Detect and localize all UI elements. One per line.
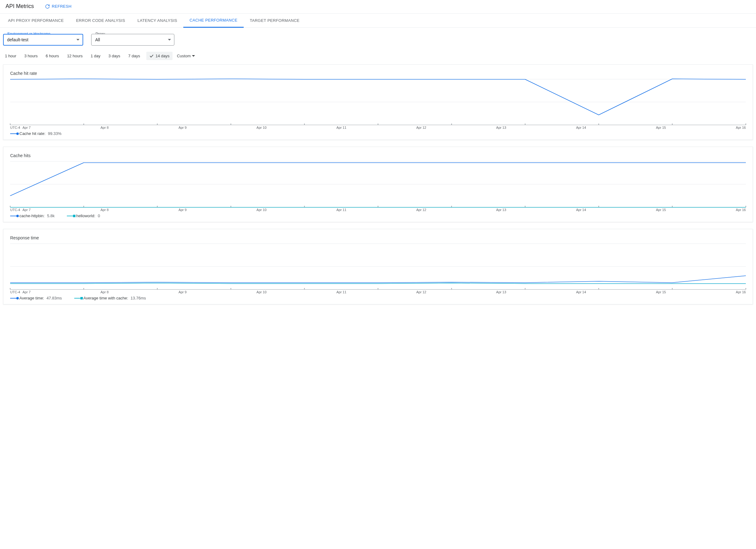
refresh-label: REFRESH [52, 4, 71, 9]
x-tick: Apr 16 [736, 126, 746, 129]
x-tick: Apr 9 [178, 126, 186, 129]
charts-container: Cache hit rateUTC-4Apr 7Apr 8Apr 9Apr 10… [0, 64, 756, 304]
x-tick: Apr 7 [22, 208, 30, 212]
tz-label: UTC-4 [10, 290, 22, 294]
x-tick: Apr 9 [178, 290, 186, 294]
check-icon [149, 54, 154, 58]
page-title: API Metrics [6, 3, 34, 10]
x-tick: Apr 16 [736, 208, 746, 212]
x-tick: Apr 11 [336, 290, 346, 294]
time-range-3-hours[interactable]: 3 hours [22, 52, 39, 60]
chevron-down-icon [76, 39, 79, 41]
legend-name: Average time: [19, 296, 44, 300]
legend-value: 5.8k [47, 213, 55, 218]
x-tick: Apr 7 [22, 290, 30, 294]
legend-marker [10, 298, 18, 299]
legend-item: Average time with cache:13.76ms [74, 296, 146, 300]
time-range-14-days[interactable]: 14 days [146, 52, 173, 60]
time-range-row: 1 hour3 hours6 hours12 hours1 day3 days7… [0, 47, 756, 64]
x-tick: Apr 10 [257, 126, 266, 129]
legend-name: Average time with cache: [83, 296, 128, 300]
chart-plot [10, 161, 746, 207]
refresh-button[interactable]: REFRESH [45, 4, 71, 9]
legend-name: cache-httpbin: [19, 213, 45, 218]
x-axis-ticks: UTC-4Apr 7Apr 8Apr 9Apr 10Apr 11Apr 12Ap… [10, 126, 746, 129]
legend-marker [10, 133, 18, 134]
x-tick: Apr 14 [576, 208, 586, 212]
x-tick: Apr 15 [656, 126, 666, 129]
x-tick: Apr 14 [576, 126, 586, 129]
chart-title: Cache hit rate [3, 65, 753, 79]
tab-target-performance[interactable]: TARGET PERFORMANCE [244, 14, 306, 27]
chevron-down-icon [168, 39, 171, 41]
legend-item: cache-httpbin:5.8k [10, 213, 55, 218]
x-tick: Apr 12 [416, 208, 426, 212]
time-range-12-hours[interactable]: 12 hours [65, 52, 85, 60]
x-axis-ticks: UTC-4Apr 7Apr 8Apr 9Apr 10Apr 11Apr 12Ap… [10, 208, 746, 212]
chart-plot [10, 243, 746, 290]
x-tick: Apr 13 [496, 126, 506, 129]
x-tick: Apr 13 [496, 208, 506, 212]
chart-legend: Average time:47.83msAverage time with ca… [10, 296, 746, 300]
x-tick: Apr 15 [656, 290, 666, 294]
x-tick: Apr 12 [416, 126, 426, 129]
time-range-1-day[interactable]: 1 day [89, 52, 102, 60]
env-select[interactable]: default-test [3, 34, 83, 46]
x-tick: Apr 10 [257, 208, 266, 212]
chart-plot [10, 79, 746, 125]
tab-api-proxy-performance[interactable]: API PROXY PERFORMANCE [2, 14, 70, 27]
x-axis-ticks: UTC-4Apr 7Apr 8Apr 9Apr 10Apr 11Apr 12Ap… [10, 290, 746, 294]
chart-title: Cache hits [3, 147, 753, 161]
x-tick: Apr 9 [178, 208, 186, 212]
legend-marker [67, 216, 74, 216]
proxy-select[interactable]: All [91, 34, 174, 46]
env-select-wrap: Environment or Hostname default-test [3, 34, 83, 46]
legend-name: helloworld: [76, 213, 95, 218]
filters-row: Environment or Hostname default-test Pro… [0, 28, 756, 47]
tab-error-code-analysis[interactable]: ERROR CODE ANALYSIS [70, 14, 131, 27]
time-range-custom[interactable]: Custom [177, 54, 195, 58]
legend-value: 99.33% [48, 131, 62, 136]
x-tick: Apr 14 [576, 290, 586, 294]
chart-legend: Cache hit rate:99.33% [10, 131, 746, 136]
tz-label: UTC-4 [10, 208, 22, 212]
x-tick: Apr 11 [336, 208, 346, 212]
chart-title: Response time [3, 229, 753, 243]
x-tick: Apr 12 [416, 290, 426, 294]
x-tick: Apr 13 [496, 290, 506, 294]
chart-card-cache-hits: Cache hitsUTC-4Apr 7Apr 8Apr 9Apr 10Apr … [3, 147, 753, 222]
legend-item: Average time:47.83ms [10, 296, 62, 300]
time-range-6-hours[interactable]: 6 hours [44, 52, 61, 60]
legend-name: Cache hit rate: [19, 131, 46, 136]
chart-card-cache-hit-rate: Cache hit rateUTC-4Apr 7Apr 8Apr 9Apr 10… [3, 64, 753, 140]
x-tick: Apr 15 [656, 208, 666, 212]
legend-marker [74, 298, 82, 299]
time-range-3-days[interactable]: 3 days [107, 52, 122, 60]
legend-item: helloworld:0 [67, 213, 100, 218]
tab-latency-analysis[interactable]: LATENCY ANALYSIS [131, 14, 183, 27]
x-tick: Apr 8 [100, 208, 108, 212]
x-tick: Apr 16 [736, 290, 746, 294]
x-tick: Apr 11 [336, 126, 346, 129]
x-tick: Apr 7 [22, 126, 30, 129]
legend-value: 13.76ms [131, 296, 146, 300]
chevron-down-icon [192, 55, 195, 57]
tab-cache-performance[interactable]: CACHE PERFORMANCE [183, 14, 243, 28]
time-range-1-hour[interactable]: 1 hour [3, 52, 18, 60]
proxy-select-wrap: Proxy All [91, 34, 174, 46]
chart-legend: cache-httpbin:5.8khelloworld:0 [10, 213, 746, 218]
tz-label: UTC-4 [10, 126, 22, 129]
x-tick: Apr 8 [100, 126, 108, 129]
legend-item: Cache hit rate:99.33% [10, 131, 62, 136]
proxy-select-value: All [95, 37, 100, 42]
legend-value: 47.83ms [47, 296, 62, 300]
legend-value: 0 [98, 213, 100, 218]
page-header: API Metrics REFRESH [0, 0, 756, 13]
refresh-icon [45, 4, 50, 9]
env-select-value: default-test [7, 37, 28, 42]
chart-card-response-time: Response timeUTC-4Apr 7Apr 8Apr 9Apr 10A… [3, 229, 753, 304]
tab-bar: API PROXY PERFORMANCEERROR CODE ANALYSIS… [0, 13, 756, 28]
time-range-7-days[interactable]: 7 days [126, 52, 142, 60]
legend-marker [10, 216, 18, 216]
x-tick: Apr 10 [257, 290, 266, 294]
